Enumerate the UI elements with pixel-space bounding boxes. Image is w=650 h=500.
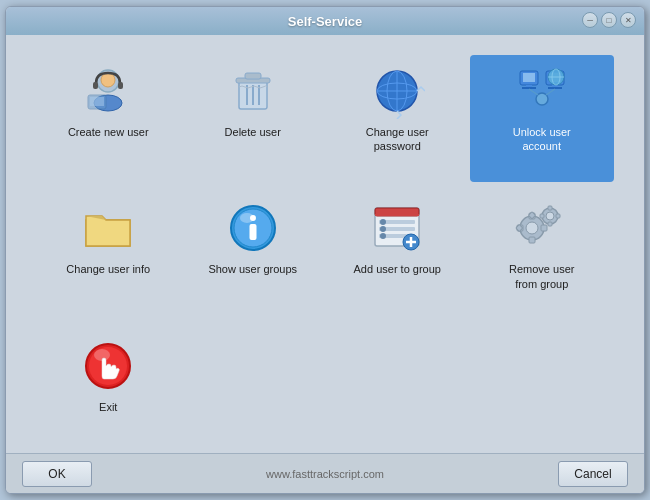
svg-rect-36 [249, 224, 256, 240]
remove-user-from-group-icon [514, 200, 570, 256]
empty-cell-1 [181, 330, 326, 443]
svg-line-27 [529, 89, 538, 95]
exit-item[interactable]: Exit [36, 330, 181, 443]
svg-rect-39 [375, 214, 419, 216]
unlock-user-account-label: Unlock user account [497, 125, 587, 154]
svg-rect-52 [529, 237, 535, 243]
minimize-button[interactable]: ─ [582, 12, 598, 28]
title-bar: Self-Service ─ □ ✕ [6, 7, 644, 35]
svg-rect-21 [522, 87, 536, 89]
svg-point-58 [546, 212, 554, 220]
remove-user-from-group-label: Remove user from group [497, 262, 587, 291]
svg-point-43 [380, 219, 386, 225]
footer-website: www.fasttrackscript.com [266, 468, 384, 480]
svg-line-28 [546, 89, 555, 95]
maximize-button[interactable]: □ [601, 12, 617, 28]
create-new-user-icon [80, 63, 136, 119]
change-user-password-label: Change user password [352, 125, 442, 154]
change-user-info-label: Change user info [66, 262, 150, 276]
change-user-info-item[interactable]: Change user info [36, 192, 181, 319]
footer: OK www.fasttrackscript.com Cancel [6, 453, 644, 493]
svg-rect-6 [90, 97, 104, 106]
svg-rect-3 [93, 82, 98, 89]
window-title: Self-Service [288, 14, 362, 29]
unlock-user-account-icon [514, 63, 570, 119]
svg-rect-4 [118, 82, 123, 89]
show-user-groups-label: Show user groups [208, 262, 297, 276]
svg-rect-62 [556, 214, 560, 218]
show-user-groups-item[interactable]: Show user groups [181, 192, 326, 319]
svg-point-45 [380, 233, 386, 239]
exit-icon [80, 338, 136, 394]
empty-cell-3 [470, 330, 615, 443]
svg-rect-60 [548, 222, 552, 226]
add-user-to-group-item[interactable]: Add user to group [325, 192, 470, 319]
svg-rect-54 [541, 225, 547, 231]
remove-user-from-group-item[interactable]: Remove user from group [470, 192, 615, 319]
delete-user-item[interactable]: Delete user [181, 55, 326, 182]
svg-point-35 [250, 215, 256, 221]
icons-grid: Create new user Dele [36, 55, 614, 443]
exit-label: Exit [99, 400, 117, 414]
svg-point-1 [101, 73, 115, 87]
main-window: Self-Service ─ □ ✕ [5, 6, 645, 494]
change-user-password-item[interactable]: Change user password [325, 55, 470, 182]
delete-user-icon [225, 63, 281, 119]
svg-rect-19 [523, 73, 535, 82]
cancel-button[interactable]: Cancel [558, 461, 628, 487]
create-new-user-label: Create new user [68, 125, 149, 139]
ok-button[interactable]: OK [22, 461, 92, 487]
svg-rect-9 [245, 73, 261, 79]
window-controls: ─ □ ✕ [582, 12, 636, 28]
change-user-password-icon [369, 63, 425, 119]
svg-point-44 [380, 226, 386, 232]
unlock-user-account-item[interactable]: Unlock user account [470, 55, 615, 182]
svg-rect-25 [548, 87, 562, 89]
create-new-user-item[interactable]: Create new user [36, 55, 181, 182]
show-user-groups-icon [225, 200, 281, 256]
change-user-info-icon [80, 200, 136, 256]
empty-cell-2 [325, 330, 470, 443]
svg-point-50 [526, 222, 538, 234]
content-area: Create new user Dele [6, 35, 644, 453]
svg-rect-59 [548, 206, 552, 210]
add-user-to-group-icon [369, 200, 425, 256]
add-user-to-group-label: Add user to group [354, 262, 441, 276]
close-button[interactable]: ✕ [620, 12, 636, 28]
svg-rect-61 [540, 214, 544, 218]
delete-user-label: Delete user [225, 125, 281, 139]
